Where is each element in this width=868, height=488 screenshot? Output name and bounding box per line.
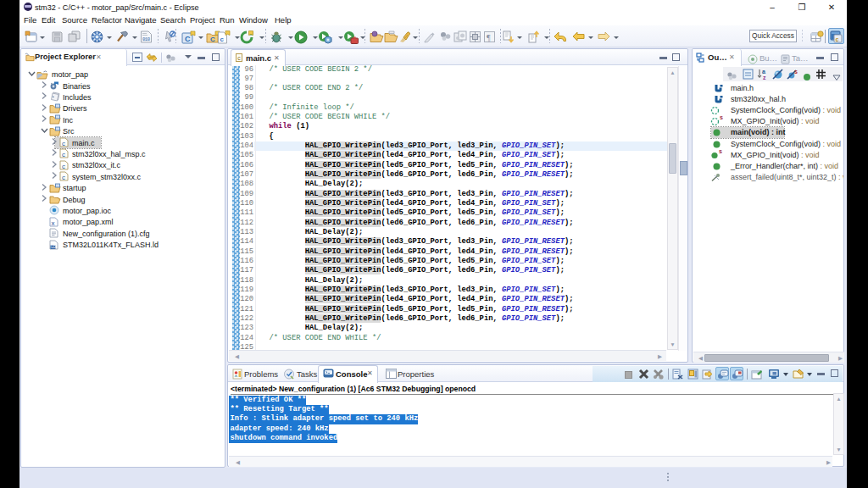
svg-text:010: 010 <box>142 37 150 42</box>
svg-text:x: x <box>52 219 55 226</box>
svg-text:c: c <box>220 36 225 43</box>
svg-text:c: c <box>836 36 839 42</box>
svg-text:¶: ¶ <box>487 33 491 42</box>
svg-text:c: c <box>62 162 65 169</box>
svg-text:LD: LD <box>51 245 57 249</box>
svg-text:c: c <box>62 140 65 147</box>
svg-text:C: C <box>185 35 191 43</box>
svg-text:c: c <box>62 174 65 181</box>
svg-text:z: z <box>763 75 766 80</box>
svg-text:C: C <box>210 36 215 43</box>
svg-text:c: c <box>62 151 65 158</box>
svg-text:s: s <box>794 69 798 75</box>
